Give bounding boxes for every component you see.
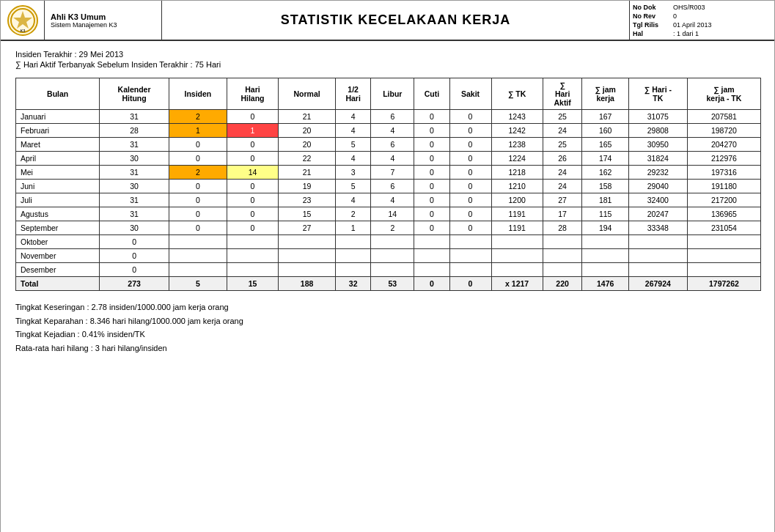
- cell-bulan: Juni: [16, 180, 100, 193]
- cell-libur: [371, 263, 414, 277]
- th-normal: Normal: [279, 78, 336, 110]
- table-row: Maret310020560012382516530950204270: [16, 138, 761, 152]
- stat-line1: Tingkat Keseringan : 2.78 insiden/1000.0…: [15, 301, 761, 314]
- cell-sakit: 0: [449, 152, 491, 166]
- cell-bulan: Agustus: [16, 207, 100, 221]
- table-row: Februari281120440012422416029808198720: [16, 124, 761, 138]
- th-insiden: Insiden: [169, 78, 227, 110]
- cell-hilang: 0: [227, 138, 278, 152]
- th-sakit: Sakit: [449, 78, 491, 110]
- cell-hari-aktif: 24: [543, 180, 582, 193]
- cell-setengah: 5: [336, 138, 371, 152]
- company-info: Ahli K3 Umum Sistem Manajemen K3: [45, 1, 162, 40]
- date-value: 01 April 2013: [670, 21, 775, 29]
- cell-jam-kerja: [582, 249, 628, 263]
- total-jam-kerja: 1476: [582, 277, 628, 291]
- summary-line2: ∑ Hari Aktif Terbanyak Sebelum Insiden T…: [15, 60, 761, 69]
- cell-insiden: 0: [169, 193, 227, 207]
- cell-sakit: [449, 249, 491, 263]
- svg-marker-1: [13, 11, 32, 29]
- cell-kalender: 31: [100, 193, 169, 207]
- table-row: April300022440012242617431824212976: [16, 152, 761, 166]
- cell-normal: 15: [279, 207, 336, 221]
- company-sub: Sistem Manajemen K3: [51, 21, 155, 29]
- cell-hari-tk: 29232: [628, 166, 687, 180]
- cell-sakit: 0: [449, 110, 491, 124]
- cell-jam-kerja: 181: [582, 193, 628, 207]
- total-label: Total: [16, 277, 100, 291]
- doc-label: No Dok: [630, 3, 670, 12]
- cell-sakit: 0: [449, 193, 491, 207]
- page-value: : 1 dari 1: [670, 29, 775, 38]
- cell-hari-aktif: 25: [543, 138, 582, 152]
- cell-normal: 21: [279, 166, 336, 180]
- table-row: Juni300019560012102415829040191180: [16, 180, 761, 193]
- cell-bulan: Desember: [16, 263, 100, 277]
- cell-cuti: [414, 249, 449, 263]
- cell-setengah: 4: [336, 110, 371, 124]
- th-hari-tk: ∑ Hari -TK: [628, 78, 687, 110]
- content-area: Insiden Terakhir : 29 Mei 2013 ∑ Hari Ak…: [1, 41, 775, 364]
- page-title: STATISTIK KECELAKAAN KERJA: [162, 1, 629, 40]
- cell-sakit: 0: [449, 124, 491, 138]
- cell-cuti: 0: [414, 166, 449, 180]
- total-sakit: 0: [449, 277, 491, 291]
- cell-jam-tk: 198720: [687, 124, 760, 138]
- cell-kalender: 30: [100, 180, 169, 193]
- cell-normal: 22: [279, 152, 336, 166]
- total-jam-tk: 1797262: [687, 277, 760, 291]
- total-kalender: 273: [100, 277, 169, 291]
- cell-hari-aktif: 24: [543, 166, 582, 180]
- cell-kalender: 0: [100, 263, 169, 277]
- cell-hari-aktif: 27: [543, 193, 582, 207]
- cell-tk: 1224: [491, 152, 543, 166]
- cell-cuti: [414, 263, 449, 277]
- cell-kalender: 0: [100, 249, 169, 263]
- cell-cuti: 0: [414, 110, 449, 124]
- cell-hari-tk: 31075: [628, 110, 687, 124]
- total-hari-tk: 267924: [628, 277, 687, 291]
- cell-hari-tk: [628, 263, 687, 277]
- cell-jam-tk: [687, 249, 760, 263]
- cell-hari-aktif: [543, 263, 582, 277]
- stat-line2: Tingkat Keparahan : 8.346 hari hilang/10…: [15, 315, 761, 328]
- summary-info: Insiden Terakhir : 29 Mei 2013 ∑ Hari Ak…: [15, 50, 761, 69]
- cell-jam-tk: [687, 263, 760, 277]
- total-hilang: 15: [227, 277, 278, 291]
- logo-area: K3: [1, 1, 45, 40]
- total-cuti: 0: [414, 277, 449, 291]
- cell-hari-tk: 32400: [628, 193, 687, 207]
- cell-hari-tk: [628, 235, 687, 249]
- cell-bulan: April: [16, 152, 100, 166]
- cell-hari-aktif: 25: [543, 110, 582, 124]
- cell-tk: 1191: [491, 207, 543, 221]
- cell-hari-aktif: [543, 249, 582, 263]
- company-name: Ahli K3 Umum: [51, 12, 155, 21]
- cell-setengah: 2: [336, 207, 371, 221]
- cell-jam-kerja: 165: [582, 138, 628, 152]
- cell-setengah: 4: [336, 152, 371, 166]
- header: K3 Ahli K3 Umum Sistem Manajemen K3 STAT…: [1, 1, 775, 41]
- cell-bulan: Juli: [16, 193, 100, 207]
- cell-kalender: 31: [100, 138, 169, 152]
- cell-jam-kerja: 174: [582, 152, 628, 166]
- total-row: Total 273 5 15 188 32 53 0 0 x 1217 220 …: [16, 277, 761, 291]
- cell-tk: 1243: [491, 110, 543, 124]
- cell-hari-tk: 33348: [628, 221, 687, 235]
- cell-normal: [279, 263, 336, 277]
- cell-jam-kerja: 158: [582, 180, 628, 193]
- doc-value: OHS/R003: [670, 3, 775, 12]
- cell-libur: [371, 235, 414, 249]
- cell-insiden: 2: [169, 110, 227, 124]
- cell-normal: [279, 249, 336, 263]
- cell-kalender: 0: [100, 235, 169, 249]
- cell-bulan: Januari: [16, 110, 100, 124]
- rev-label: No Rev: [630, 12, 670, 21]
- rev-value: 0: [670, 12, 775, 21]
- total-hari-aktif: 220: [543, 277, 582, 291]
- cell-insiden: 1: [169, 124, 227, 138]
- cell-tk: 1210: [491, 180, 543, 193]
- cell-tk: 1242: [491, 124, 543, 138]
- stat-line3: Tingkat Kejadian : 0.41% insiden/TK: [15, 328, 761, 341]
- cell-insiden: 0: [169, 207, 227, 221]
